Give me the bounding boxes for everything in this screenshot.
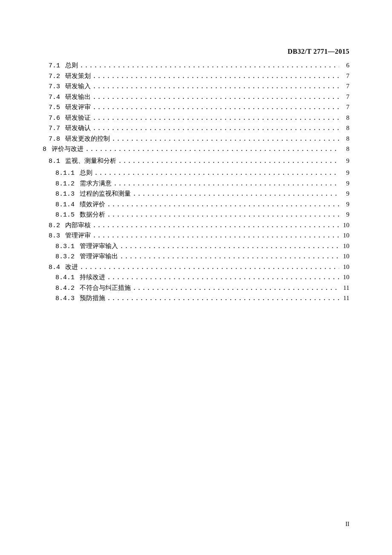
toc-entry-number: 8.1.3: [55, 191, 75, 197]
toc-entry-title: 预防措施: [80, 295, 105, 301]
toc-leader-dots: [92, 73, 339, 80]
toc-entry-title: 总则: [80, 170, 92, 176]
toc-entry: 8评价与改进8: [43, 146, 349, 153]
toc-entry-title: 持续改进: [80, 274, 105, 280]
toc-entry-number: 8.4: [49, 264, 60, 271]
toc-leader-dots: [113, 180, 339, 187]
toc-entry-title: 研发评审: [65, 104, 91, 110]
toc-entry-title: 研发确认: [65, 125, 91, 131]
table-of-contents: 7.1总则67.2研发策划77.3研发输入77.4研发输出77.5研发评审77.…: [43, 62, 349, 302]
page-number: II: [346, 521, 349, 528]
toc-entry-title: 评价与改进: [52, 146, 84, 152]
toc-entry-title: 研发输出: [65, 94, 91, 100]
toc-entry-title: 管理评审: [65, 232, 91, 239]
toc-entry: 8.1监视、测量和分析9: [43, 158, 349, 165]
toc-entry-page: 10: [341, 243, 349, 249]
toc-entry: 8.1.5数据分析9: [43, 211, 349, 218]
toc-entry-title: 研发更改的控制: [65, 136, 110, 142]
toc-leader-dots: [107, 274, 339, 281]
toc-leader-dots: [85, 146, 339, 153]
toc-entry: 7.8研发更改的控制8: [43, 136, 349, 142]
toc-entry-title: 过程的监视和测量: [80, 191, 131, 197]
toc-leader-dots: [92, 232, 339, 239]
toc-entry-page: 8: [341, 136, 349, 142]
toc-leader-dots: [107, 201, 339, 208]
toc-entry: 8.4.3预防措施11: [43, 295, 349, 302]
toc-entry: 7.4研发输出7: [43, 94, 349, 101]
toc-entry-number: 8: [43, 146, 46, 153]
toc-leader-dots: [112, 136, 339, 142]
toc-entry-number: 8.3: [49, 233, 60, 239]
toc-entry-number: 7.6: [49, 115, 60, 121]
toc-entry-number: 7.1: [49, 63, 60, 69]
toc-entry: 7.6研发验证8: [43, 115, 349, 121]
toc-leader-dots: [92, 222, 339, 229]
toc-entry: 7.7研发确认8: [43, 125, 349, 132]
toc-leader-dots: [80, 264, 339, 271]
document-page: DB32/T 2771—2015 7.1总则67.2研发策划77.3研发输入77…: [0, 0, 392, 555]
toc-entry-page: 10: [341, 222, 349, 228]
toc-entry: 7.2研发策划7: [43, 73, 349, 80]
toc-entry-page: 10: [341, 253, 349, 260]
toc-entry-number: 7.3: [49, 84, 60, 90]
toc-entry-title: 研发输入: [65, 83, 91, 90]
toc-leader-dots: [92, 104, 339, 111]
toc-leader-dots: [107, 295, 339, 302]
toc-leader-dots: [120, 253, 339, 260]
toc-leader-dots: [118, 158, 339, 165]
toc-entry-number: 8.4.3: [55, 295, 75, 302]
toc-entry: 8.1.2需求方满意9: [43, 180, 349, 187]
toc-entry: 7.3研发输入7: [43, 83, 349, 90]
toc-entry-page: 7: [341, 94, 349, 100]
toc-entry-number: 8.3.1: [55, 243, 75, 250]
toc-entry-page: 11: [341, 295, 349, 301]
toc-entry-page: 7: [341, 73, 349, 79]
toc-entry: 8.4.1持续改进10: [43, 274, 349, 281]
toc-entry: 8.1.1总则9: [43, 170, 349, 176]
toc-entry-page: 9: [341, 158, 349, 164]
toc-entry-number: 8.1: [49, 158, 60, 165]
toc-entry-number: 8.1.1: [55, 170, 75, 176]
toc-entry-title: 需求方满意: [80, 180, 112, 187]
toc-entry-number: 7.8: [49, 136, 60, 142]
toc-entry: 7.5研发评审7: [43, 104, 349, 111]
toc-entry-page: 9: [341, 170, 349, 176]
document-code: DB32/T 2771—2015: [288, 48, 349, 55]
toc-entry-title: 研发验证: [65, 115, 91, 121]
toc-entry-title: 管理评审输入: [80, 243, 118, 249]
toc-entry-page: 8: [341, 115, 349, 121]
toc-entry-title: 改进: [65, 264, 78, 270]
toc-entry-number: 8.2: [49, 223, 60, 229]
toc-entry-number: 7.5: [49, 104, 60, 111]
toc-entry-title: 内部审核: [65, 222, 91, 228]
toc-entry-title: 监视、测量和分析: [65, 158, 116, 164]
toc-entry-page: 11: [341, 285, 349, 291]
toc-entry-title: 管理评审输出: [80, 253, 118, 260]
toc-entry-number: 8.1.2: [55, 181, 75, 187]
toc-leader-dots: [80, 62, 339, 69]
toc-entry-page: 9: [341, 211, 349, 218]
toc-entry-page: 9: [341, 180, 349, 187]
toc-entry: 8.4.2不符合与纠正措施11: [43, 285, 349, 292]
toc-entry: 8.3.1管理评审输入10: [43, 243, 349, 250]
toc-entry-number: 8.4.2: [55, 285, 75, 292]
toc-entry: 8.3.2管理评审输出10: [43, 253, 349, 260]
toc-leader-dots: [133, 191, 339, 197]
toc-entry-number: 8.4.1: [55, 275, 75, 281]
toc-entry-page: 8: [341, 125, 349, 131]
toc-entry-page: 9: [341, 201, 349, 208]
toc-entry-page: 7: [341, 83, 349, 90]
toc-leader-dots: [107, 211, 339, 218]
toc-entry-page: 8: [341, 146, 349, 152]
toc-entry-page: 10: [341, 232, 349, 239]
toc-entry-number: 7.2: [49, 73, 60, 80]
toc-entry: 7.1总则6: [43, 62, 349, 69]
toc-entry-page: 10: [341, 274, 349, 280]
toc-leader-dots: [92, 94, 339, 101]
toc-entry-page: 6: [341, 62, 349, 69]
toc-entry-title: 研发策划: [65, 73, 91, 79]
toc-leader-dots: [94, 170, 339, 176]
toc-entry: 8.1.3过程的监视和测量9: [43, 191, 349, 197]
toc-entry: 8.3管理评审10: [43, 232, 349, 239]
toc-leader-dots: [92, 125, 339, 132]
